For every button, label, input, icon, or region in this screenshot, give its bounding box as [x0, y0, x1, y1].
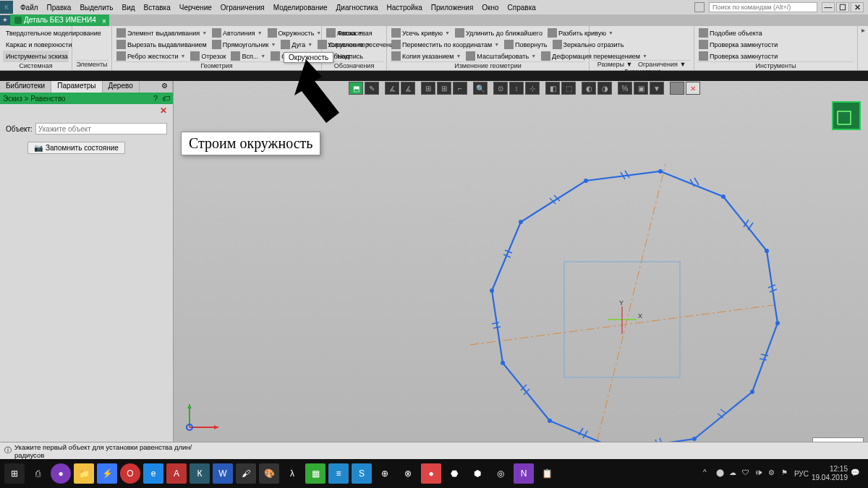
tb-app[interactable]: ⊗ — [398, 463, 418, 484]
rib-scale[interactable]: Масштабировать▼ — [464, 51, 537, 61]
rib-cut[interactable]: Вырезать выдавливанием — [115, 39, 208, 50]
tray-icon[interactable]: ⚙ — [768, 468, 778, 479]
vt-icon[interactable]: ⬒ — [349, 82, 363, 95]
vt-icon[interactable]: ◑ — [597, 82, 612, 95]
tb-app[interactable]: N — [514, 463, 534, 484]
tray-clock[interactable]: 12:1519.04.2019 — [812, 465, 848, 482]
menu-settings[interactable]: Настройка — [387, 4, 422, 12]
menu-apps[interactable]: Приложения — [431, 4, 474, 12]
vt-icon[interactable]: ◧ — [545, 82, 560, 95]
ribbon-collapse[interactable]: ▸ — [858, 26, 868, 70]
taskview-icon[interactable]: ⎙ — [27, 463, 48, 484]
menu-edit[interactable]: Правка — [47, 4, 72, 12]
tb-app[interactable]: 📁 — [74, 463, 94, 484]
maximize-button[interactable]: ☐ — [836, 2, 849, 12]
object-input[interactable] — [35, 123, 167, 134]
tb-app[interactable]: ⚡ — [97, 463, 117, 484]
menu-help[interactable]: Справка — [508, 4, 536, 12]
vt-icon[interactable]: ∡ — [401, 82, 415, 95]
tb-app[interactable]: W — [213, 463, 233, 484]
rib-condint[interactable]: Условное пересечение — [325, 39, 383, 50]
pin-icon[interactable]: 🏷 — [162, 94, 170, 103]
rib-move[interactable]: Переместить по координатам▼ — [390, 39, 501, 50]
remember-state-button[interactable]: 📷 Запомнить состояние — [27, 142, 125, 154]
rib-autoline[interactable]: Автолиния▼ — [210, 27, 264, 38]
tb-app[interactable]: e — [143, 463, 163, 484]
menu-drawing[interactable]: Черчение — [179, 4, 212, 12]
rib-arc[interactable]: Дуга▼ — [279, 39, 314, 50]
rib-wire[interactable]: Каркас и поверхности — [3, 39, 69, 50]
tray-icon[interactable]: ⚑ — [781, 468, 791, 479]
rib-extend[interactable]: Удлинить до ближайшего — [454, 27, 544, 38]
rib-similar[interactable]: Подобие объекта — [697, 27, 854, 38]
rib-autoaxis[interactable]: Автоосевая — [325, 27, 383, 38]
tray-notif-icon[interactable]: 💬 — [851, 468, 861, 479]
vt-icon[interactable]: ⊙ — [493, 82, 508, 95]
rib-closed[interactable]: Проверка замкнутости — [697, 39, 854, 50]
tb-app[interactable]: 📋 — [537, 463, 557, 484]
rib-rotate[interactable]: Повернуть — [503, 39, 548, 50]
vt-icon[interactable]: ⌐ — [453, 82, 467, 95]
vt-icon[interactable]: 🔍 — [473, 82, 488, 95]
menu-modeling[interactable]: Моделирование — [273, 4, 328, 12]
rib-closed2[interactable]: Проверка замкнутости — [697, 51, 854, 61]
tab-tree[interactable]: Дерево — [103, 81, 140, 93]
vt-close-icon[interactable]: ✕ — [686, 82, 700, 95]
tab-params[interactable]: Параметры — [51, 81, 102, 93]
menu-window[interactable]: Окно — [482, 4, 498, 12]
vt-icon[interactable]: ◐ — [582, 82, 596, 95]
tb-app[interactable]: ● — [421, 463, 441, 484]
tray-lang[interactable]: РУС — [794, 470, 809, 478]
vt-icon[interactable]: ↕ — [509, 82, 524, 95]
rib-solid[interactable]: Твердотельное моделирование — [3, 27, 69, 38]
rib-aux[interactable]: Всп...▼ — [229, 51, 267, 61]
tray-icon[interactable]: ⬤ — [716, 468, 726, 479]
tb-app[interactable]: ≡ — [328, 463, 349, 484]
menu-file[interactable]: Файл — [20, 4, 38, 12]
panel-close[interactable]: ✕ — [0, 104, 173, 117]
tray-icon[interactable]: ^ — [703, 468, 713, 479]
vt-icon[interactable]: ∡ — [385, 82, 399, 95]
tb-app[interactable]: A — [166, 463, 187, 484]
tb-app[interactable]: 🎨 — [259, 463, 279, 484]
app-icon[interactable]: К — [0, 1, 13, 14]
vt-icon[interactable]: % — [618, 82, 632, 95]
rib-line[interactable]: Отрезок — [189, 51, 227, 61]
vt-icon[interactable]: ⊞ — [437, 82, 451, 95]
vt-icon[interactable]: ▼ — [650, 82, 664, 95]
start-button[interactable]: ⊞ — [4, 463, 25, 484]
rib-rib[interactable]: Ребро жесткости▼ — [115, 51, 187, 61]
vt-icon[interactable]: ⊹ — [525, 82, 540, 95]
tb-app[interactable]: ⬢ — [467, 463, 488, 484]
tb-app[interactable]: ⬣ — [444, 463, 464, 484]
rib-circle[interactable]: Окружность▼ — [266, 27, 323, 38]
system-tray[interactable]: ^ ⬤ ☁ 🛡 🕪 ⚙ ⚑ РУС 12:1519.04.2019 💬 — [703, 465, 865, 482]
layout-icon[interactable] — [694, 2, 705, 12]
tab-libraries[interactable]: Библиотеки — [0, 81, 51, 93]
viewcube[interactable] — [832, 101, 861, 130]
rib-copy[interactable]: Копия указанием▼ — [390, 51, 462, 61]
vt-icon[interactable] — [670, 82, 684, 95]
menu-diag[interactable]: Диагностика — [336, 4, 378, 12]
close-button[interactable]: ✕ — [851, 2, 864, 12]
tb-app[interactable]: 🖌 — [236, 463, 256, 484]
tb-app[interactable]: К — [190, 463, 210, 484]
menu-insert[interactable]: Вставка — [144, 4, 171, 12]
tb-app[interactable]: ◎ — [490, 463, 511, 484]
gear-icon[interactable]: ⚙ — [157, 81, 173, 93]
minimize-button[interactable]: — — [822, 2, 835, 12]
help-icon[interactable]: ? — [153, 94, 158, 103]
command-search[interactable] — [709, 2, 817, 12]
vt-icon[interactable]: ✎ — [365, 82, 379, 95]
tray-icon[interactable]: 🕪 — [755, 468, 765, 479]
menu-view[interactable]: Вид — [122, 4, 135, 12]
rib-rect[interactable]: Прямоугольник▼ — [210, 39, 278, 50]
tb-app[interactable]: S — [352, 463, 372, 484]
tb-app[interactable]: O — [120, 463, 140, 484]
vt-icon[interactable]: ⊞ — [421, 82, 435, 95]
doc-tab[interactable]: Деталь БЕЗ ИМЕНИ4 × — [10, 14, 109, 26]
vt-icon[interactable]: ⬚ — [561, 82, 576, 95]
menu-select[interactable]: Выделить — [80, 4, 113, 12]
rib-extrude[interactable]: Элемент выдавливания▼ — [115, 27, 208, 38]
rib-sketch-tools[interactable]: Инструменты эскиза — [3, 51, 69, 61]
